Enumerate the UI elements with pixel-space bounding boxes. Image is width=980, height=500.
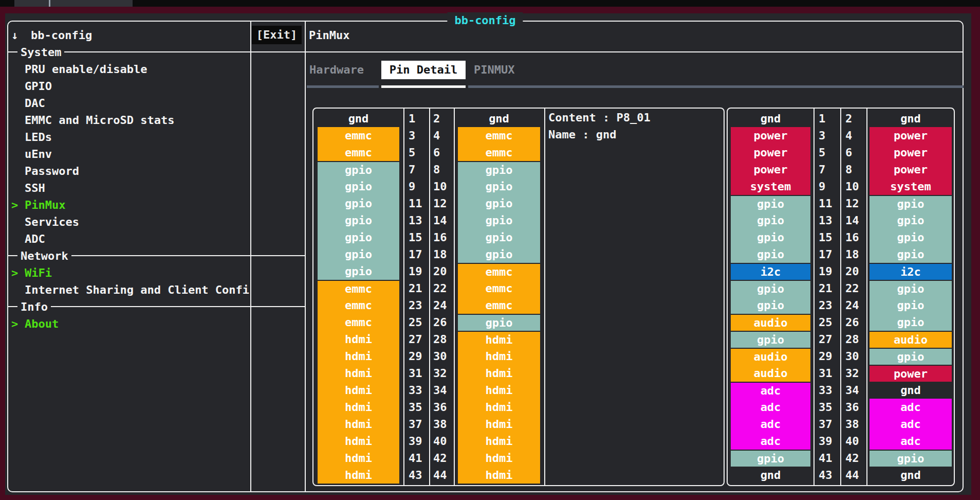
p9-pin-row[interactable]: adc3940adc bbox=[728, 433, 954, 450]
p8-pin-row[interactable]: gpio78gpio bbox=[313, 161, 724, 178]
sidebar-item-password[interactable]: Password bbox=[0, 163, 250, 180]
pin-function-cell: i2c bbox=[870, 263, 952, 280]
p8-pin-row[interactable]: emmc2122emmc bbox=[313, 280, 724, 297]
p8-pin-row[interactable]: gpio1718gpio bbox=[313, 246, 724, 263]
p9-pin-row[interactable]: adc3536adc bbox=[728, 399, 954, 416]
p8-pin-row[interactable]: hdmi2728hdmi bbox=[313, 331, 724, 348]
p8-pin-row[interactable]: gpio910gpio bbox=[313, 178, 724, 195]
pin-function-cell: gnd bbox=[318, 110, 399, 127]
p8-pin-row[interactable]: hdmi3536hdmi bbox=[313, 399, 724, 416]
pin-function-cell: gpio bbox=[731, 331, 810, 348]
pin-number-cell: 21 bbox=[818, 280, 840, 297]
pin-function-cell: gpio bbox=[870, 450, 952, 467]
p8-pin-row[interactable]: emmc2526gpio bbox=[313, 314, 724, 331]
p8-pin-row[interactable]: hdmi3738hdmi bbox=[313, 416, 724, 433]
pin-number-cell: 24 bbox=[432, 297, 454, 314]
p9-pin-row[interactable]: gpio2728audio bbox=[728, 331, 954, 348]
pin-function-cell: power bbox=[870, 161, 952, 178]
sidebar-item-dac[interactable]: DAC bbox=[0, 95, 250, 112]
p9-pin-row[interactable]: gpio4142gpio bbox=[728, 450, 954, 467]
p8-pin-row[interactable]: hdmi2930hdmi bbox=[313, 348, 724, 365]
pin-number-cell: 42 bbox=[432, 450, 454, 467]
pin-function-cell: audio bbox=[731, 314, 810, 331]
pin-number-cell: 34 bbox=[432, 382, 454, 399]
pin-function-cell: gpio bbox=[731, 450, 810, 467]
p8-pin-row[interactable]: gnd12gnd bbox=[313, 110, 724, 127]
pin-function-cell: gpio bbox=[318, 229, 399, 246]
pin-number-cell: 2 bbox=[844, 110, 866, 127]
pin-function-cell: gnd bbox=[870, 110, 952, 127]
p9-pin-row[interactable]: gpio1516gpio bbox=[728, 229, 954, 246]
pin-function-cell: gpio bbox=[458, 195, 540, 212]
sidebar-item-leds[interactable]: LEDs bbox=[0, 129, 250, 146]
p9-pin-row[interactable]: gnd4344gnd bbox=[728, 467, 954, 484]
p8-pin-row[interactable]: gpio1314gpio bbox=[313, 212, 724, 229]
selected-marker: > bbox=[11, 197, 18, 213]
p9-pin-row[interactable]: gpio2324gpio bbox=[728, 297, 954, 314]
sidebar-item-pru-enable-disable[interactable]: PRU enable/disable bbox=[0, 61, 250, 78]
section-title: System bbox=[17, 44, 64, 61]
sidebar-item-emmc-and-microsd-stats[interactable]: EMMC and MicroSD stats bbox=[0, 112, 250, 129]
p9-pin-row[interactable]: adc3738adc bbox=[728, 416, 954, 433]
p9-pin-row[interactable]: adc3334gnd bbox=[728, 382, 954, 399]
pin-number-cell: 35 bbox=[818, 399, 840, 416]
p9-pin-row[interactable]: power34power bbox=[728, 127, 954, 144]
sidebar-item-adc[interactable]: ADC bbox=[0, 230, 250, 247]
sidebar-item-uenv[interactable]: uEnv bbox=[0, 146, 250, 163]
p8-pin-row[interactable]: gpio1516gpio bbox=[313, 229, 724, 246]
sidebar-item-ssh[interactable]: SSH bbox=[0, 180, 250, 197]
p8-pin-row[interactable]: emmc2324emmc bbox=[313, 297, 724, 314]
pin-function-cell: emmc bbox=[458, 127, 540, 144]
p8-pin-row[interactable]: gpio1920emmc bbox=[313, 263, 724, 280]
p8-pin-row[interactable]: hdmi4344hdmi bbox=[313, 467, 724, 484]
sidebar-item-pinmux[interactable]: >PinMux bbox=[0, 197, 250, 213]
tab-pinmux[interactable]: PINMUX bbox=[474, 61, 514, 79]
pin-number-cell: 18 bbox=[844, 246, 866, 263]
p8-pin-row[interactable]: emmc56emmc bbox=[313, 144, 724, 161]
p9-pin-row[interactable]: system910system bbox=[728, 178, 954, 195]
pin-function-cell: adc bbox=[870, 433, 952, 450]
pin-number-cell: 10 bbox=[432, 178, 454, 195]
p9-pin-row[interactable]: gpio1718gpio bbox=[728, 246, 954, 263]
p8-pin-row[interactable]: hdmi3940hdmi bbox=[313, 433, 724, 450]
tab-underline-hardware bbox=[307, 85, 379, 88]
pin-number-cell: 37 bbox=[818, 416, 840, 433]
p9-pin-row[interactable]: audio3132power bbox=[728, 365, 954, 382]
p9-pin-row[interactable]: gnd12gnd bbox=[728, 110, 954, 127]
p8-pin-row[interactable]: emmc34emmc bbox=[313, 127, 724, 144]
p9-pin-row[interactable]: power78power bbox=[728, 161, 954, 178]
pin-number-cell: 31 bbox=[408, 365, 429, 382]
sidebar-item-services[interactable]: Services bbox=[0, 213, 250, 230]
p9-pin-row[interactable]: audio2930gpio bbox=[728, 348, 954, 365]
p9-pin-row[interactable]: gpio1314gpio bbox=[728, 212, 954, 229]
pin-function-cell: adc bbox=[731, 399, 810, 416]
p8-pin-row[interactable]: gpio1112gpio bbox=[313, 195, 724, 212]
pin-number-cell: 26 bbox=[844, 314, 866, 331]
pin-number-cell: 38 bbox=[844, 416, 866, 433]
pin-function-cell: gpio bbox=[458, 161, 540, 178]
pin-number-cell: 10 bbox=[844, 178, 866, 195]
pin-number-cell: 14 bbox=[432, 212, 454, 229]
sidebar-item-gpio[interactable]: GPIO bbox=[0, 78, 250, 95]
pin-function-cell: power bbox=[870, 365, 952, 382]
sidebar-item-wifi[interactable]: >WiFi bbox=[0, 264, 250, 281]
p9-pin-row[interactable]: audio2526gpio bbox=[728, 314, 954, 331]
pin-function-cell: emmc bbox=[318, 127, 399, 144]
pin-function-cell: power bbox=[731, 144, 810, 161]
pin-number-cell: 7 bbox=[818, 161, 840, 178]
p8-pin-row[interactable]: hdmi3132hdmi bbox=[313, 365, 724, 382]
sidebar-item-about[interactable]: >About bbox=[0, 315, 250, 332]
p9-pin-row[interactable]: gpio2122gpio bbox=[728, 280, 954, 297]
terminal-tab[interactable] bbox=[14, 0, 133, 7]
tab-hardware[interactable]: Hardware bbox=[309, 61, 364, 79]
pin-function-cell: gnd bbox=[870, 467, 952, 484]
p8-pin-row[interactable]: hdmi4142hdmi bbox=[313, 450, 724, 467]
p9-pin-row[interactable]: power56power bbox=[728, 144, 954, 161]
p8-pin-row[interactable]: hdmi3334hdmi bbox=[313, 382, 724, 399]
pin-number-cell: 1 bbox=[408, 110, 429, 127]
p9-pin-row[interactable]: i2c1920i2c bbox=[728, 263, 954, 280]
exit-button[interactable]: [Exit] bbox=[252, 26, 302, 44]
p9-pin-row[interactable]: gpio1112gpio bbox=[728, 195, 954, 212]
tab-pin-detail[interactable]: Pin Detail bbox=[381, 61, 466, 79]
sidebar-item-internet-sharing-and-client-confi[interactable]: Internet Sharing and Client Confi bbox=[0, 281, 250, 298]
